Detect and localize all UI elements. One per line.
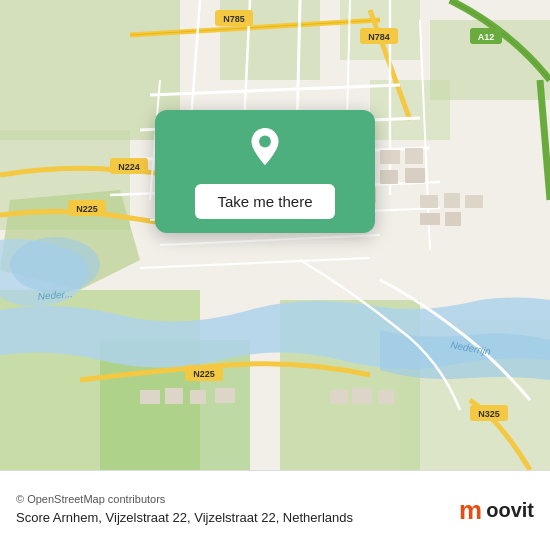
moovit-m-letter: m: [459, 495, 482, 526]
svg-text:A12: A12: [478, 32, 495, 42]
svg-rect-76: [465, 195, 483, 208]
svg-point-12: [10, 237, 100, 293]
svg-rect-68: [405, 168, 425, 183]
svg-rect-7: [370, 80, 450, 140]
svg-rect-79: [140, 390, 160, 404]
svg-rect-75: [444, 193, 460, 208]
moovit-logo: moovit: [459, 495, 534, 526]
map-container: N785 N784 A12 N224 N225 N225 N325 Neder.…: [0, 0, 550, 470]
svg-rect-74: [420, 195, 438, 208]
svg-text:N325: N325: [478, 409, 500, 419]
map-attribution: © OpenStreetMap contributors: [16, 493, 353, 505]
svg-rect-81: [190, 390, 206, 404]
svg-rect-84: [352, 388, 372, 404]
popup-card[interactable]: Take me there: [155, 110, 375, 233]
moovit-text: oovit: [486, 499, 534, 522]
svg-rect-66: [405, 148, 423, 164]
svg-rect-67: [380, 170, 398, 184]
map-background: N785 N784 A12 N224 N225 N225 N325 Neder.…: [0, 0, 550, 470]
svg-rect-80: [165, 388, 183, 404]
take-me-there-button[interactable]: Take me there: [195, 184, 334, 219]
location-label: Score Arnhem, Vijzelstraat 22, Vijzelstr…: [16, 509, 353, 527]
location-pin-icon: [243, 128, 287, 172]
svg-rect-78: [445, 212, 461, 226]
svg-rect-1: [0, 0, 180, 140]
bottom-bar: © OpenStreetMap contributors Score Arnhe…: [0, 470, 550, 550]
svg-rect-85: [378, 390, 394, 404]
svg-rect-65: [380, 150, 400, 164]
svg-point-86: [259, 136, 271, 148]
svg-rect-83: [330, 390, 348, 404]
svg-text:N225: N225: [76, 204, 98, 214]
svg-text:N225: N225: [193, 369, 215, 379]
svg-rect-77: [420, 213, 440, 225]
svg-text:N224: N224: [118, 162, 140, 172]
svg-text:N784: N784: [368, 32, 390, 42]
svg-text:N785: N785: [223, 14, 245, 24]
svg-rect-82: [215, 388, 235, 403]
